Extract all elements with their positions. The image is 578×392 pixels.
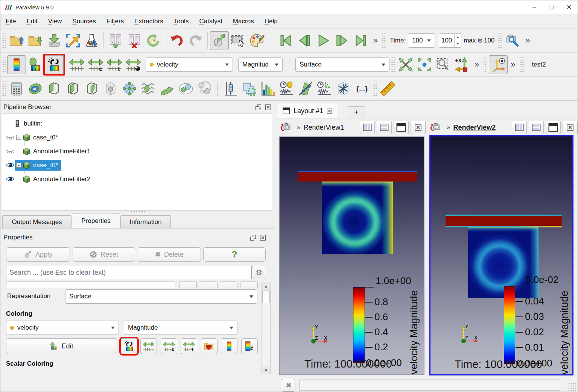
clip-filter-button[interactable]: [45, 79, 64, 98]
visibility-eye-open-icon[interactable]: [5, 161, 15, 170]
splitter-handle[interactable]: [130, 210, 147, 213]
menu-view[interactable]: View: [43, 15, 67, 27]
last-frame-button[interactable]: [351, 31, 370, 50]
next-frame-button[interactable]: [333, 31, 351, 50]
save-extract-button[interactable]: [64, 31, 82, 50]
glyph-filter-button[interactable]: [120, 79, 139, 98]
visibility-eye-closed-icon[interactable]: [5, 133, 15, 142]
abort-progress-button[interactable]: ✖: [282, 379, 295, 392]
toolbar-grip[interactable]: [484, 57, 487, 73]
close-button[interactable]: ✕: [560, 0, 578, 14]
spin-down-icon[interactable]: ▼: [455, 41, 461, 47]
scrollbar-thumb[interactable]: [262, 291, 270, 303]
clipped-button[interactable]: [179, 281, 197, 288]
zoom-to-data-button[interactable]: [415, 55, 434, 74]
menu-file[interactable]: File: [0, 15, 21, 27]
programmable-filter-button[interactable]: {...}: [353, 79, 371, 98]
view-camera-icon[interactable]: [278, 120, 294, 135]
undock-icon[interactable]: [249, 233, 257, 242]
resize-grip[interactable]: [568, 383, 576, 391]
scroll-up-icon[interactable]: ▲: [262, 282, 270, 290]
tab-properties[interactable]: Properties: [72, 213, 120, 228]
toolbar-overflow-chevron[interactable]: »: [522, 36, 533, 45]
pipeline-item-case-t0-1[interactable]: − case_t0*: [2, 130, 272, 144]
toolbar-overflow-chevron[interactable]: »: [472, 60, 482, 70]
toolbar-overflow-chevron[interactable]: »: [508, 60, 518, 70]
properties-scrollbar[interactable]: ▲ ▼: [262, 282, 271, 374]
maximize-button[interactable]: □: [543, 0, 560, 14]
histogram-filter-button[interactable]: [259, 79, 277, 98]
tensor-glyph-filter-button[interactable]: [334, 79, 353, 98]
close-icon[interactable]: [259, 233, 267, 242]
pipeline-item-case-t0-2-selected[interactable]: − case_t0*: [2, 158, 272, 172]
split-horizontal-icon[interactable]: [360, 121, 375, 134]
choose-preset-button[interactable]: [201, 338, 218, 354]
reset-camera-button[interactable]: [396, 55, 415, 74]
pipeline-item-builtin[interactable]: builtin:: [2, 117, 272, 130]
separate-color-map-button[interactable]: [121, 338, 137, 354]
toolbar-grip[interactable]: [498, 33, 502, 48]
color-component-combo[interactable]: Magnitud: [238, 58, 283, 72]
calculator-filter-button[interactable]: [7, 79, 26, 98]
first-frame-button[interactable]: [276, 31, 295, 50]
undo-button[interactable]: [167, 31, 186, 50]
panel-splitter[interactable]: [275, 101, 277, 392]
new-layout-tab[interactable]: +: [348, 106, 365, 118]
rescale-data-range-button[interactable]: [67, 55, 86, 74]
menu-sources[interactable]: Sources: [67, 15, 101, 27]
search-input[interactable]: [6, 266, 252, 279]
redo-button[interactable]: [186, 31, 205, 50]
plot-over-time-button[interactable]: [277, 79, 296, 98]
selection-button[interactable]: [229, 31, 248, 50]
contour-filter-button[interactable]: [26, 79, 45, 98]
threshold-filter-button[interactable]: [82, 79, 101, 98]
separate-color-map-button[interactable]: [45, 55, 64, 74]
menu-edit[interactable]: Edit: [21, 15, 43, 27]
play-button[interactable]: [314, 31, 333, 50]
show-scalar-bar-toggle[interactable]: [221, 338, 237, 354]
apply-button[interactable]: Apply: [6, 247, 70, 262]
disconnect-server-button[interactable]: [125, 31, 144, 50]
plot-selection-over-time-button[interactable]: [315, 79, 334, 98]
clipped-field[interactable]: [6, 281, 175, 288]
representation-select[interactable]: Surface: [65, 289, 257, 304]
color-legend-bar[interactable]: [504, 286, 515, 364]
menu-tools[interactable]: Tools: [169, 15, 194, 27]
connect-server-button[interactable]: [106, 31, 125, 50]
toolbar-grip[interactable]: [2, 57, 6, 73]
previous-frame-button[interactable]: [295, 31, 314, 50]
toolbar-grip[interactable]: [2, 33, 6, 48]
extract-subset-filter-button[interactable]: [101, 79, 120, 98]
rescale-temporal-range-button[interactable]: [181, 338, 197, 354]
maximize-view-icon[interactable]: [394, 121, 409, 134]
menu-filters[interactable]: Filters: [101, 15, 129, 27]
menu-catalyst[interactable]: Catalyst: [194, 15, 227, 27]
rescale-visible-range-button[interactable]: [124, 55, 143, 74]
auto-apply-toggle[interactable]: [210, 31, 229, 50]
extract-block-filter-button[interactable]: [195, 79, 214, 98]
warp-by-vector-filter-button[interactable]: [158, 79, 176, 98]
menu-macros[interactable]: Macros: [228, 15, 259, 27]
edit-color-map-button[interactable]: Edit: [6, 338, 117, 354]
split-vertical-icon[interactable]: [377, 121, 392, 134]
coloring-array-select[interactable]: velocity: [6, 321, 119, 335]
clipped-button[interactable]: [200, 281, 218, 288]
edit-color-legend-button[interactable]: [241, 338, 258, 354]
close-view-icon[interactable]: [411, 121, 426, 134]
minimize-button[interactable]: –: [526, 0, 543, 14]
toolbar-grip[interactable]: [391, 57, 395, 73]
visibility-eye-closed-icon[interactable]: [5, 147, 15, 156]
toolbar-grip[interactable]: [2, 81, 6, 97]
extract-selection-button[interactable]: [240, 79, 259, 98]
toolbar-overflow-chevron[interactable]: »: [370, 36, 381, 45]
close-icon[interactable]: [264, 103, 272, 111]
color-array-combo[interactable]: velocity: [146, 58, 233, 72]
visibility-eye-open-icon[interactable]: [5, 175, 15, 184]
stream-tracer-filter-button[interactable]: [139, 79, 158, 98]
custom-macro-label[interactable]: test2: [525, 61, 548, 68]
view-toolbar-chevron[interactable]: »: [294, 124, 303, 131]
render-view-1[interactable]: 1.0e+00 0.8 0.6 0.4 0.2 0.0e+00 velocity…: [279, 136, 424, 375]
save-data-button[interactable]: [45, 31, 64, 50]
ruler-source-button[interactable]: [378, 79, 397, 98]
split-vertical-icon[interactable]: [529, 121, 544, 134]
